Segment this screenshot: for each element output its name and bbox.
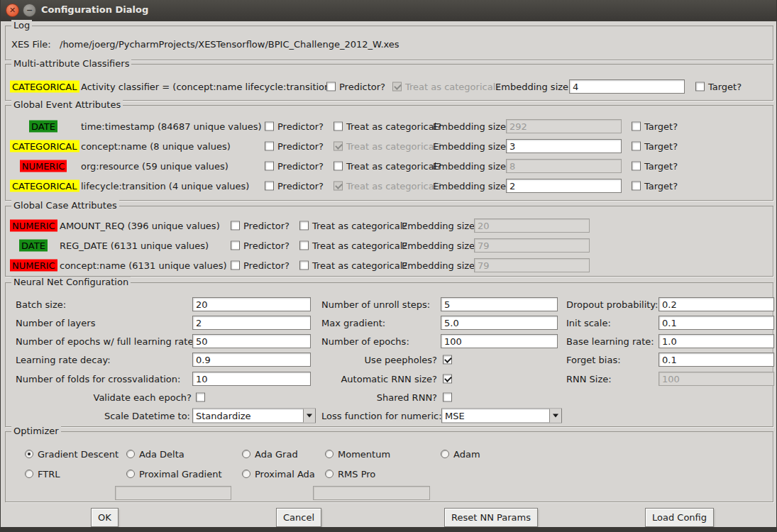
batch-size-input[interactable]: [192, 297, 311, 311]
proximal-gradient-radio[interactable]: [126, 470, 135, 478]
proximal-ada-label: Proximal Ada: [255, 469, 315, 480]
number-of-layers-input[interactable]: [192, 316, 311, 330]
automatic-rnn-size-checkbox[interactable]: [443, 375, 452, 384]
adam-label: Adam: [453, 449, 480, 460]
embedding-size-label: Embedding size:: [402, 260, 478, 271]
loss-function-dropdown[interactable]: MSE: [441, 409, 562, 423]
case-attribute-row: NUMERIC AMOUNT_REQ (396 unique values) P…: [6, 216, 773, 235]
target-checkbox[interactable]: [632, 122, 641, 131]
proximal-ada-radio[interactable]: [242, 470, 250, 478]
number-of-epochs-label: Number of epochs:: [321, 336, 409, 347]
momentum-radio[interactable]: [325, 450, 334, 458]
target-checkbox[interactable]: [695, 82, 705, 92]
ada-delta-label: Ada Delta: [139, 449, 184, 460]
predictor-checkbox[interactable]: [231, 241, 240, 250]
nn-row: Number of epochs w/ full learning rate: …: [6, 332, 773, 350]
ok-button[interactable]: OK: [91, 508, 119, 527]
embedding-size-input: [474, 258, 590, 272]
close-window-button[interactable]: ✕: [6, 4, 19, 17]
target-checkbox[interactable]: [632, 162, 641, 171]
embedding-size-input[interactable]: [506, 139, 622, 153]
rms-pro-radio[interactable]: [325, 470, 334, 478]
treat-categorical-checkbox[interactable]: [299, 221, 309, 231]
attribute-name: REG_DATE (6131 unique values): [60, 240, 209, 251]
target-checkbox[interactable]: [632, 142, 641, 151]
predictor-label: Predictor?: [339, 82, 385, 92]
ada-grad-label: Ada Grad: [255, 449, 298, 460]
treat-categorical-checkbox[interactable]: [334, 162, 343, 171]
validate-each-epoch-checkbox[interactable]: [196, 393, 205, 402]
shared-rnn-checkbox[interactable]: [443, 393, 452, 402]
max-gradient-input[interactable]: [441, 316, 558, 330]
minimize-window-button[interactable]: −: [23, 4, 36, 17]
gradient-descent-radio[interactable]: [25, 450, 33, 458]
treat-categorical-label: Treat as categorical?: [346, 141, 441, 152]
optimizer-param-field-2: [313, 486, 430, 500]
attribute-type-badge: NUMERIC: [10, 260, 57, 272]
predictor-label: Predictor?: [277, 181, 324, 192]
dropout-probability-input[interactable]: [658, 297, 774, 311]
cancel-button[interactable]: Cancel: [276, 508, 321, 527]
embedding-size-input[interactable]: [506, 179, 622, 193]
predictor-checkbox[interactable]: [231, 221, 240, 231]
optimizer-row-1: Gradient Descent Ada Delta Ada Grad Mome…: [6, 445, 773, 463]
treat-categorical-checkbox: [334, 182, 343, 191]
chevron-down-icon: [307, 414, 312, 418]
embedding-size-label: Embedding size:: [495, 82, 571, 92]
predictor-checkbox[interactable]: [265, 142, 274, 151]
adam-radio[interactable]: [441, 450, 449, 458]
target-checkbox[interactable]: [632, 182, 641, 191]
predictor-checkbox[interactable]: [265, 182, 274, 191]
scale-datetime-value: Standardize: [196, 411, 251, 421]
nn-row: Batch size: Number of unroll steps: Drop…: [6, 295, 773, 314]
ftrl-radio[interactable]: [25, 470, 33, 478]
momentum-label: Momentum: [338, 449, 390, 460]
event-attribute-row: CATEGORICAL concept:name (8 unique value…: [6, 137, 773, 155]
optimizer-frame: Optimizer Gradient Descent Ada Delta Ada…: [5, 431, 773, 502]
treat-categorical-checkbox[interactable]: [334, 122, 343, 131]
attribute-type-badge: CATEGORICAL: [10, 180, 79, 192]
treat-categorical-checkbox[interactable]: [299, 261, 309, 270]
unroll-steps-input[interactable]: [441, 297, 558, 311]
reset-nn-params-button[interactable]: Reset NN Params: [444, 508, 538, 527]
predictor-checkbox[interactable]: [326, 82, 336, 92]
log-row: XES File: /home/joerg/PycharmProjects/XE…: [6, 35, 773, 53]
forget-bias-input[interactable]: [658, 353, 774, 367]
ada-grad-radio[interactable]: [242, 450, 250, 458]
nn-row: Number of layers Max gradient: Init scal…: [6, 314, 773, 332]
treat-categorical-checkbox[interactable]: [299, 241, 309, 250]
target-label: Target?: [644, 161, 678, 172]
attribute-type-badge: NUMERIC: [20, 160, 67, 172]
global-case-attributes-frame: Global Case Attributes NUMERIC AMOUNT_RE…: [5, 206, 773, 277]
scale-datetime-label: Scale Datetime to:: [77, 411, 190, 421]
base-learning-rate-label: Base learning rate:: [566, 336, 654, 347]
predictor-checkbox[interactable]: [231, 261, 240, 270]
predictor-label: Predictor?: [277, 121, 324, 132]
xes-file-path: /home/joerg/PycharmProjects/XESTensorflo…: [60, 39, 399, 50]
dropdown-arrow-button[interactable]: [303, 409, 315, 423]
folds-crossvalidation-input[interactable]: [192, 372, 311, 386]
predictor-checkbox[interactable]: [265, 122, 274, 131]
rms-pro-label: RMS Pro: [338, 469, 375, 480]
ada-delta-radio[interactable]: [126, 450, 135, 458]
init-scale-input[interactable]: [658, 316, 774, 330]
learning-rate-decay-input[interactable]: [192, 353, 311, 367]
attribute-type-badge: CATEGORICAL: [10, 140, 79, 153]
predictor-checkbox[interactable]: [265, 162, 274, 171]
embedding-size-label: Embedding size:: [402, 240, 478, 251]
case-attributes-frame-title: Global Case Attributes: [11, 200, 119, 211]
nn-row: Learning rate decay: Use peepholes? Forg…: [6, 350, 773, 369]
init-scale-label: Init scale:: [566, 318, 611, 328]
load-config-button[interactable]: Load Config: [645, 508, 714, 527]
base-learning-rate-input[interactable]: [658, 334, 774, 348]
optimizer-row-3: [6, 484, 773, 502]
scale-datetime-dropdown[interactable]: Standardize: [192, 409, 316, 423]
treat-categorical-label: Treat as categorical?: [312, 260, 407, 271]
attribute-type-badge: CATEGORICAL: [10, 81, 79, 93]
epochs-full-lr-input[interactable]: [192, 334, 311, 348]
dropdown-arrow-button[interactable]: [549, 409, 561, 423]
embedding-size-input[interactable]: [569, 79, 685, 94]
number-of-epochs-input[interactable]: [441, 334, 558, 348]
embedding-size-label: Embedding size:: [433, 161, 509, 172]
use-peepholes-checkbox[interactable]: [443, 355, 452, 365]
